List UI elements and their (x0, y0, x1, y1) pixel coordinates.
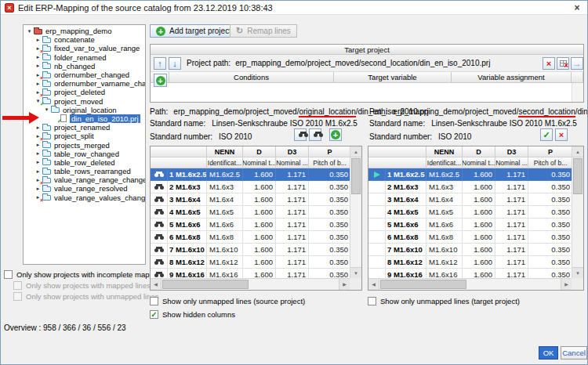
table-row[interactable]: 1 M1.6x2.5M1.6x2.51.6001.1710.350 (368, 168, 572, 181)
tree-item-label[interactable]: value_range_resolved (53, 184, 129, 193)
column-header[interactable]: D3 (276, 146, 309, 157)
scroll-up-icon[interactable]: ▲ (350, 146, 361, 157)
tree-right-arrow-icon[interactable]: ▸ (34, 37, 42, 43)
move-up-button[interactable]: ↑ (154, 57, 166, 70)
scroll-right-icon[interactable]: ▶ (339, 279, 350, 290)
conditions-list[interactable] (151, 83, 572, 102)
filter-incomplete-checkbox[interactable]: Only show projects with incomplete mappi… (4, 270, 167, 279)
column-header[interactable]: D (463, 146, 495, 157)
tree-item-label[interactable]: table_rows_rearranged (53, 167, 132, 175)
add-line-mapping-button[interactable]: + (329, 128, 342, 141)
remove-target-project-button[interactable]: × (543, 57, 555, 70)
find-next-line-button[interactable] (309, 128, 321, 141)
tree-item[interactable]: ▾original_location (24, 106, 145, 114)
tree-item[interactable]: ▸projects_merged (24, 140, 145, 149)
table-row[interactable]: 9 M1.6x16M1.6x161.6001.1710.350 (368, 269, 572, 278)
table-row[interactable]: 6 M1.6x8M1.6x81.6001.1710.350 (368, 231, 572, 244)
column-header[interactable]: D (243, 146, 276, 157)
tree-right-arrow-icon[interactable]: ▸ (34, 168, 42, 175)
scrollbar-thumb[interactable] (351, 158, 361, 194)
close-button[interactable]: × (571, 2, 583, 13)
scroll-right-icon[interactable]: ▶ (561, 279, 572, 290)
table-row[interactable]: 3 M1.6x4M1.6x41.6001.1710.350 (151, 193, 350, 206)
table-row[interactable]: 8 M1.6x12M1.6x121.6001.1710.350 (368, 256, 572, 269)
scroll-down-icon[interactable]: ▼ (350, 267, 361, 278)
scrollbar-thumb[interactable] (380, 280, 466, 289)
add-target-project-button[interactable]: + Add target project (150, 24, 238, 38)
tree-item-label[interactable]: value_range_values_changed (53, 193, 146, 202)
vertical-scrollbar[interactable]: ▲▼ (572, 146, 583, 278)
column-subheader[interactable]: Pitch of b... (309, 157, 350, 168)
column-header[interactable]: P (528, 146, 572, 157)
tree-right-arrow-icon[interactable]: ▸ (34, 63, 42, 69)
tree-right-arrow-icon[interactable]: ▸ (34, 125, 42, 131)
column-subheader[interactable]: Nominal ... (276, 157, 309, 168)
tree-item[interactable]: ▸×project_split (24, 132, 145, 140)
tree-item[interactable]: ▸×value_range_range_changed (24, 175, 145, 184)
move-down-button[interactable]: ↓ (169, 57, 181, 70)
table-row[interactable]: 4 M1.6x5M1.6x51.6001.1710.350 (151, 206, 350, 219)
hidden-columns-checkbox[interactable]: ✓ Show hidden columns (150, 310, 235, 319)
tree-item[interactable]: ▾✓project_moved (24, 97, 145, 106)
tree-item-label[interactable]: project_split (53, 132, 96, 140)
tree-right-arrow-icon[interactable]: ▸ (34, 142, 42, 148)
tree-item-label[interactable]: erp_mapping_demo (44, 27, 114, 35)
column-subheader[interactable]: Identificat... (426, 157, 463, 168)
tree-item[interactable]: ▸table_rows_rearranged (24, 167, 145, 175)
scroll-left-icon[interactable]: ◀ (151, 279, 162, 290)
table-row[interactable]: 1 M1.6x2.5M1.6x2.51.6001.1710.350 (151, 168, 350, 181)
scroll-down-icon[interactable]: ▼ (572, 267, 583, 278)
tree-item[interactable]: ▸×project_deleted (24, 88, 145, 96)
scroll-up-icon[interactable]: ▲ (572, 146, 583, 157)
tree-right-arrow-icon[interactable]: ▸ (34, 186, 42, 192)
tree-item-label[interactable]: folder_renamed (53, 53, 108, 62)
column-header[interactable]: NENN (207, 146, 243, 157)
tree-item[interactable]: ▸concatenate (24, 35, 145, 44)
table-row[interactable]: 8 M1.6x12M1.6x121.6001.1710.350 (151, 256, 350, 269)
find-line-button[interactable] (294, 128, 307, 141)
tree-item[interactable]: ▸×ordernumber_changed (24, 70, 145, 79)
table-row[interactable]: 3 M1.6x4M1.6x41.6001.1710.350 (368, 193, 572, 206)
tree-item-label[interactable]: project_moved (53, 97, 104, 106)
tree-item[interactable]: ▸×fixed_var_to_value_range (24, 44, 145, 52)
table-row[interactable]: 6 M1.6x8M1.6x81.6001.1710.350 (151, 231, 350, 244)
tree-item-label[interactable]: value_range_range_changed (53, 175, 146, 184)
tree-item-label[interactable]: nb_changed (53, 62, 96, 70)
tree-item-label[interactable]: ordernumber_varname_changed (53, 79, 146, 88)
column-subheader[interactable]: Nominal t... (243, 157, 276, 168)
tree-item-label[interactable]: fixed_var_to_value_range (53, 44, 141, 52)
tree-item-label[interactable]: ordernumber_changed (53, 70, 131, 79)
column-header[interactable]: P (309, 146, 350, 157)
tree-item[interactable]: ▸nb_changed (24, 62, 145, 70)
tree-item[interactable]: ▸×value_range_values_changed (24, 193, 145, 202)
tree-item[interactable]: ▸folder_renamed (24, 53, 145, 62)
column-subheader[interactable]: Nominal ... (495, 157, 528, 168)
tree-item-label[interactable]: din_en_iso_2010.prj (70, 114, 140, 123)
column-header-variable-assignment[interactable]: Variable assignment (452, 72, 572, 83)
column-header-conditions[interactable]: Conditions (169, 72, 334, 83)
horizontal-scrollbar[interactable]: ◀▶ (151, 278, 350, 290)
cancel-button[interactable]: Cancel (561, 346, 587, 360)
delete-mapping-lines-button[interactable]: × (557, 57, 569, 70)
tree-down-arrow-icon[interactable]: ▾ (43, 107, 50, 113)
target-unmapped-checkbox[interactable]: Show only unmapped lines (target project… (368, 297, 520, 305)
column-subheader[interactable]: Identificat... (207, 157, 243, 168)
column-header[interactable]: D3 (495, 146, 528, 157)
column-subheader[interactable]: Nominal t... (463, 157, 495, 168)
column-header-target-variable[interactable]: Target variable (334, 72, 452, 83)
conditions-scrollbar[interactable] (572, 83, 583, 102)
tree-item-label[interactable]: project_renamed (53, 123, 111, 132)
table-row[interactable]: 4 M1.6x5M1.6x51.6001.1710.350 (368, 206, 572, 219)
tree-item-label[interactable]: concatenate (53, 35, 96, 44)
project-tree[interactable]: ▾erp_mapping_demo▸concatenate▸×fixed_var… (23, 24, 146, 265)
tree-item[interactable]: ▸project_renamed (24, 123, 145, 132)
tree-item-label[interactable]: table_row_changed (53, 150, 121, 158)
tree-down-arrow-icon[interactable]: ▾ (26, 28, 33, 34)
add-condition-button[interactable]: + (154, 74, 167, 87)
tree-right-arrow-icon[interactable]: ▸ (34, 54, 42, 60)
tree-item[interactable]: ✓din_en_iso_2010.prj (24, 114, 145, 123)
tree-item-label[interactable]: original_location (61, 106, 118, 114)
tree-right-arrow-icon[interactable]: ▸ (34, 159, 42, 165)
tree-right-arrow-icon[interactable]: ▸ (34, 81, 42, 87)
tree-right-arrow-icon[interactable]: ▸ (34, 150, 42, 157)
